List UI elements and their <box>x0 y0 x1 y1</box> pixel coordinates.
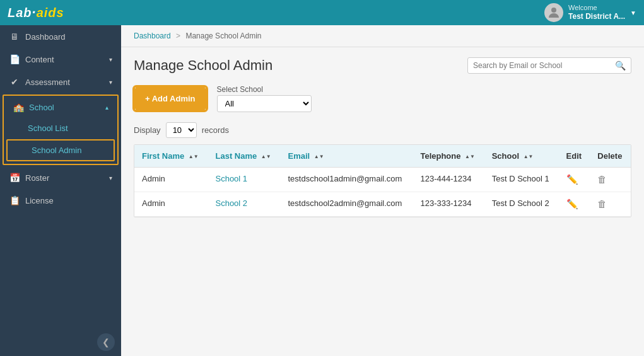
breadcrumb: Dashboard > Manage School Admin <box>121 25 644 47</box>
cell-last-name: School 1 <box>208 168 280 192</box>
roster-icon: 📅 <box>9 173 20 183</box>
display-count-select[interactable]: 10 25 50 <box>166 122 197 138</box>
school-icon: 🏫 <box>13 102 24 112</box>
add-admin-button[interactable]: + Add Admin <box>135 88 206 110</box>
cell-email: testdschool2admin@gmail.com <box>281 192 413 217</box>
cell-first-name: Admin <box>134 192 208 217</box>
th-last-name: Last Name ▲▼ <box>208 145 280 168</box>
sidebar-item-license[interactable]: 📋 License <box>0 189 121 212</box>
user-menu[interactable]: Welcome Test District A... ▼ <box>544 3 636 22</box>
search-input[interactable] <box>473 61 611 70</box>
cell-last-name: School 2 <box>208 192 280 217</box>
chevron-right-icon: ▾ <box>109 56 112 63</box>
sidebar-item-content[interactable]: 📄 Content ▾ <box>0 48 121 71</box>
page-header: Manage School Admin 🔍 <box>121 47 644 80</box>
edit-icon[interactable]: ✏️ <box>566 198 578 209</box>
delete-icon[interactable]: 🗑 <box>597 174 607 185</box>
user-info: Welcome Test District A... <box>568 3 625 22</box>
sidebar-item-label: Content <box>25 55 104 64</box>
display-label: Display <box>134 125 161 135</box>
sort-icon-last-name[interactable]: ▲▼ <box>261 154 271 159</box>
collapse-sidebar-button[interactable]: ❮ <box>97 333 115 351</box>
sidebar-item-label: Dashboard <box>25 32 112 42</box>
license-icon: 📋 <box>9 195 20 205</box>
sidebar-item-label: School <box>29 103 100 112</box>
search-box[interactable]: 🔍 <box>467 57 631 74</box>
sidebar-item-school[interactable]: 🏫 School ▴ <box>4 96 117 118</box>
cell-first-name: Admin <box>134 168 208 192</box>
topbar: Lab·aids Welcome Test District A... ▼ <box>0 0 644 25</box>
edit-icon[interactable]: ✏️ <box>566 174 578 185</box>
sidebar-item-label: Roster <box>25 173 104 183</box>
school-list-label: School List <box>28 123 68 133</box>
sidebar-collapse-area: ❮ <box>0 328 121 356</box>
cell-telephone: 123-444-1234 <box>413 168 484 192</box>
cell-telephone: 123-333-1234 <box>413 192 484 217</box>
chevron-right-icon: ▾ <box>109 79 112 86</box>
cell-edit[interactable]: ✏️ <box>559 192 590 217</box>
th-school: School ▲▼ <box>484 145 559 168</box>
table-header-row: First Name ▲▼ Last Name ▲▼ Email ▲▼ Tele… <box>134 145 631 168</box>
th-first-name: First Name ▲▼ <box>134 145 208 168</box>
sidebar: 🖥 Dashboard 📄 Content ▾ ✔ Assessment ▾ 🏫… <box>0 25 121 356</box>
th-email: Email ▲▼ <box>281 145 413 168</box>
cell-edit[interactable]: ✏️ <box>559 168 590 192</box>
sort-icon-school[interactable]: ▲▼ <box>524 154 534 159</box>
table-wrapper: First Name ▲▼ Last Name ▲▼ Email ▲▼ Tele… <box>134 144 631 217</box>
main-layout: 🖥 Dashboard 📄 Content ▾ ✔ Assessment ▾ 🏫… <box>0 25 644 356</box>
content-icon: 📄 <box>9 54 20 64</box>
sidebar-item-assessment[interactable]: ✔ Assessment ▾ <box>0 71 121 93</box>
content-area: Dashboard > Manage School Admin Manage S… <box>121 25 644 356</box>
table-row: Admin School 1 testdschool1admin@gmail.c… <box>134 168 631 192</box>
sidebar-item-label: License <box>25 196 112 205</box>
breadcrumb-home[interactable]: Dashboard <box>134 32 171 40</box>
cell-school: Test D School 2 <box>484 192 559 217</box>
table-section: Display 10 25 50 records First Name ▲▼ <box>121 117 644 356</box>
sort-icon-telephone[interactable]: ▲▼ <box>465 154 475 159</box>
cell-school: Test D School 1 <box>484 168 559 192</box>
sidebar-item-label: Assessment <box>25 78 104 87</box>
cell-delete[interactable]: 🗑 <box>590 168 631 192</box>
assessment-icon: ✔ <box>9 77 20 87</box>
cell-email: testdschool1admin@gmail.com <box>281 168 413 192</box>
sort-icon-email[interactable]: ▲▼ <box>314 154 324 159</box>
school-select[interactable]: All <box>217 95 312 112</box>
breadcrumb-current: Manage School Admin <box>185 32 261 40</box>
page-title: Manage School Admin <box>134 57 272 74</box>
school-admin-label: School Admin <box>32 146 82 155</box>
sidebar-item-dashboard[interactable]: 🖥 Dashboard <box>0 25 121 48</box>
logo: Lab·aids <box>8 4 64 21</box>
th-delete: Delete <box>590 145 631 168</box>
records-label: records <box>202 125 229 135</box>
chevron-right-icon: ▾ <box>109 175 112 181</box>
table-row: Admin School 2 testdschool2admin@gmail.c… <box>134 192 631 217</box>
search-icon[interactable]: 🔍 <box>615 60 626 71</box>
user-name: Test District A... <box>568 12 625 22</box>
chevron-down-icon[interactable]: ▼ <box>630 9 636 16</box>
breadcrumb-sep: > <box>176 32 180 40</box>
select-school-group: Select School All <box>217 85 312 112</box>
delete-icon[interactable]: 🗑 <box>597 198 607 209</box>
dashboard-icon: 🖥 <box>9 32 20 42</box>
svg-point-0 <box>551 8 556 13</box>
th-edit: Edit <box>559 145 590 168</box>
sidebar-item-roster[interactable]: 📅 Roster ▾ <box>0 166 121 189</box>
display-row: Display 10 25 50 records <box>134 122 631 138</box>
admin-table: First Name ▲▼ Last Name ▲▼ Email ▲▼ Tele… <box>134 145 631 217</box>
sort-icon-first-name[interactable]: ▲▼ <box>189 154 199 159</box>
th-telephone: Telephone ▲▼ <box>413 145 484 168</box>
cell-delete[interactable]: 🗑 <box>590 192 631 217</box>
controls-row: + Add Admin Select School All <box>121 80 644 117</box>
avatar <box>544 3 563 22</box>
chevron-up-icon: ▴ <box>105 104 108 111</box>
select-school-label: Select School <box>217 85 312 94</box>
sidebar-subitem-school-list[interactable]: School List <box>4 118 117 138</box>
welcome-label: Welcome <box>568 3 625 12</box>
sidebar-subitem-school-admin[interactable]: School Admin <box>8 141 114 160</box>
